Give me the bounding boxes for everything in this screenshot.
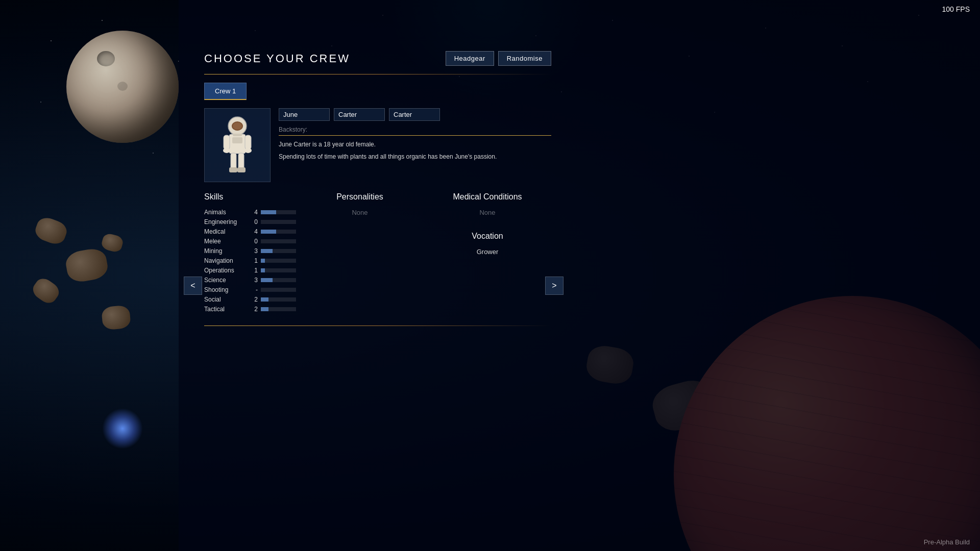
- vocation-value: Grower: [434, 248, 541, 256]
- skill-name: Mining: [204, 247, 248, 255]
- skill-bar: [261, 259, 265, 263]
- skill-row: Mining 3: [204, 247, 296, 255]
- svg-rect-10: [231, 153, 236, 169]
- svg-rect-12: [229, 167, 237, 172]
- skill-row: Science 3: [204, 277, 296, 284]
- skills-list: Animals 4 Engineering 0 Medical 4 Melee …: [204, 209, 296, 313]
- svg-point-9: [244, 148, 252, 153]
- astronaut-figure: [217, 115, 258, 176]
- skill-name: Social: [204, 296, 248, 303]
- svg-rect-3: [229, 134, 246, 154]
- next-arrow[interactable]: >: [545, 277, 564, 295]
- skill-value: -: [248, 286, 258, 293]
- skill-bar-container: [261, 288, 296, 292]
- skill-row: Animals 4: [204, 209, 296, 216]
- character-portrait: [204, 108, 271, 182]
- tab-crew1[interactable]: Crew 1: [204, 83, 247, 100]
- skill-bar: [261, 249, 273, 253]
- skill-row: Medical 4: [204, 228, 296, 235]
- skill-bar-container: [261, 210, 296, 214]
- page-title: CHOOSE YOUR CREW: [204, 52, 350, 65]
- skill-bar-container: [261, 268, 296, 272]
- bottom-section: Skills Animals 4 Engineering 0 Medical 4…: [204, 192, 551, 315]
- skill-bar-container: [261, 230, 296, 234]
- skill-row: Shooting -: [204, 286, 296, 293]
- skill-row: Social 2: [204, 296, 296, 303]
- medical-value: None: [434, 209, 541, 216]
- personalities-title: Personalities: [306, 192, 413, 202]
- first-name-input[interactable]: [279, 108, 330, 121]
- skill-row: Engineering 0: [204, 218, 296, 226]
- skill-name: Tactical: [204, 306, 248, 313]
- prev-arrow[interactable]: <: [184, 277, 202, 295]
- backstory-label: Backstory:: [279, 126, 551, 133]
- last-name-input-1[interactable]: [334, 108, 385, 121]
- backstory-line2: Spending lots of time with plants and al…: [279, 152, 551, 161]
- svg-rect-13: [237, 167, 246, 172]
- skill-value: 2: [248, 296, 258, 303]
- skill-value: 2: [248, 306, 258, 313]
- skill-bar-container: [261, 297, 296, 302]
- skill-name: Engineering: [204, 218, 248, 226]
- skill-bar-container: [261, 307, 296, 311]
- skill-row: Operations 1: [204, 267, 296, 274]
- bottom-divider: [204, 325, 551, 326]
- svg-point-2: [233, 122, 242, 130]
- skill-name: Science: [204, 277, 248, 284]
- skill-name: Melee: [204, 238, 248, 245]
- crew-card: Backstory: June Carter is a 18 year old …: [204, 108, 551, 182]
- build-label: Pre-Alpha Build: [924, 538, 970, 546]
- tabs-row: Crew 1: [204, 83, 551, 100]
- skill-value: 3: [248, 277, 258, 284]
- skill-value: 1: [248, 267, 258, 274]
- skill-name: Animals: [204, 209, 248, 216]
- headgear-button[interactable]: Headgear: [446, 51, 494, 66]
- crew-info: Backstory: June Carter is a 18 year old …: [279, 108, 551, 182]
- backstory-section: Backstory: June Carter is a 18 year old …: [279, 126, 551, 161]
- randomise-button[interactable]: Randomise: [498, 51, 551, 66]
- skill-value: 4: [248, 228, 258, 235]
- skill-row: Melee 0: [204, 238, 296, 245]
- skill-bar: [261, 297, 268, 302]
- skill-bar: [261, 230, 276, 234]
- svg-rect-5: [233, 134, 242, 136]
- skills-column: Skills Animals 4 Engineering 0 Medical 4…: [204, 192, 296, 315]
- header-buttons: Headgear Randomise: [446, 51, 551, 66]
- skill-value: 1: [248, 257, 258, 264]
- skill-name: Operations: [204, 267, 248, 274]
- skill-name: Medical: [204, 228, 248, 235]
- skill-bar-container: [261, 259, 296, 263]
- spaceship-glow: [102, 408, 143, 449]
- last-name-input-2[interactable]: [389, 108, 440, 121]
- panel-header: CHOOSE YOUR CREW Headgear Randomise: [204, 51, 551, 66]
- skills-title: Skills: [204, 192, 296, 202]
- skill-value: 0: [248, 238, 258, 245]
- backstory-text: June Carter is a 18 year old female. Spe…: [279, 140, 551, 161]
- skill-name: Shooting: [204, 286, 248, 293]
- medical-column: Medical Conditions None Vocation Grower: [424, 192, 551, 315]
- vocation-title: Vocation: [434, 232, 541, 241]
- svg-rect-11: [238, 153, 244, 169]
- skill-bar: [261, 210, 276, 214]
- main-panel: CHOOSE YOUR CREW Headgear Randomise Crew…: [204, 51, 551, 326]
- moon: [66, 31, 179, 143]
- backstory-divider: [279, 135, 551, 136]
- backstory-line1: June Carter is a 18 year old female.: [279, 140, 551, 149]
- skill-bar: [261, 268, 265, 272]
- skill-value: 0: [248, 218, 258, 226]
- skill-bar: [261, 278, 273, 282]
- skill-bar-container: [261, 249, 296, 253]
- personalities-column: Personalities None: [296, 192, 424, 315]
- svg-point-8: [223, 148, 230, 153]
- skill-value: 4: [248, 209, 258, 216]
- skill-bar-container: [261, 220, 296, 224]
- medical-title: Medical Conditions: [434, 192, 541, 202]
- skill-name: Navigation: [204, 257, 248, 264]
- fps-counter: 100 FPS: [942, 5, 970, 13]
- skill-bar: [261, 307, 268, 311]
- skill-row: Tactical 2: [204, 306, 296, 313]
- svg-rect-6: [224, 135, 230, 149]
- skill-bar-container: [261, 278, 296, 282]
- vocation-section: Vocation Grower: [434, 232, 541, 256]
- personalities-value: None: [306, 209, 413, 216]
